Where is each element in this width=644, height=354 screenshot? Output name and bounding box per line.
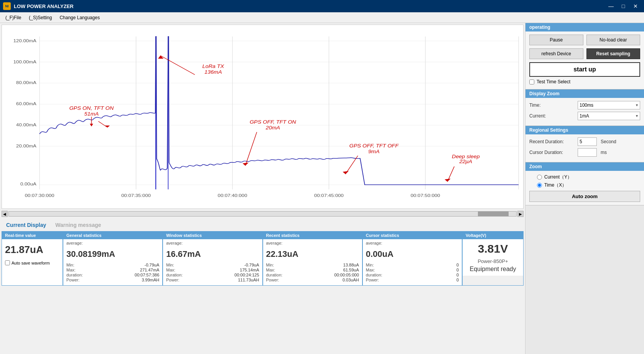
general-avg-value: 30.08199mA <box>66 246 159 262</box>
close-button[interactable]: ✕ <box>630 2 641 10</box>
stat-cursor: Cursor statistics average: 0.00uA Min: 0… <box>362 231 462 286</box>
no-load-clear-button[interactable]: No-load clear <box>586 35 641 45</box>
realtime-value: 21.87uA <box>5 241 59 259</box>
menu-language[interactable]: Change Languages <box>56 13 104 22</box>
svg-text:60.00mA: 60.00mA <box>16 101 37 106</box>
scroll-right-arrow[interactable]: ▶ <box>517 211 524 217</box>
cursor-min-value: 0 <box>456 263 459 267</box>
cursor-power-label: Power: <box>366 278 379 282</box>
tab-current-display[interactable]: Current Display <box>2 220 51 230</box>
window-power-value: 111.73uAH <box>238 278 259 282</box>
window-avg-value: 16.67mA <box>166 246 259 262</box>
chart-scrollbar: ◀ ▶ <box>0 209 525 219</box>
title-bar: NI LOW POWER ANALYZER — □ ✕ <box>0 0 644 12</box>
svg-text:80.00mA: 80.00mA <box>16 80 37 85</box>
refresh-device-button[interactable]: refresh Device <box>529 48 583 59</box>
auto-zoom-button[interactable]: Auto zoom <box>529 191 640 202</box>
regional-settings-header: Regional Settings <box>525 126 644 134</box>
chart-container: 120.00mA 100.00mA 80.00mA 60.00mA 40.00m… <box>2 25 524 209</box>
window-max-label: Max: <box>166 268 175 272</box>
cursor-duration-value: 0 <box>456 273 459 277</box>
operating-header: operating <box>525 23 644 31</box>
cursor-duration-input[interactable] <box>578 148 597 157</box>
svg-text:00:07:40:000: 00:07:40:000 <box>218 193 247 198</box>
recent-duration-input[interactable]: 5 <box>578 137 597 146</box>
stat-voltage-header: Voltage(V) <box>463 232 523 239</box>
svg-rect-0 <box>2 25 523 208</box>
stat-realtime: Real-time value 21.87uA Auto save wavefo… <box>2 231 63 286</box>
svg-text:00:07:45:000: 00:07:45:000 <box>314 193 344 198</box>
svg-text:22μA: 22μA <box>459 159 473 165</box>
recent-power-value: 0.03uAH <box>343 278 359 282</box>
svg-text:00:07:30:000: 00:07:30:000 <box>25 193 54 198</box>
tab-warning-message[interactable]: Warning message <box>51 220 105 230</box>
svg-text:100.00mA: 100.00mA <box>13 60 37 65</box>
svg-text:9mA: 9mA <box>368 149 380 154</box>
regional-settings-section: Regional Settings Recent Duration: 5 Sec… <box>525 126 644 162</box>
zoom-time-radio[interactable] <box>537 183 542 188</box>
test-time-select-label: Test Time Select <box>537 79 570 84</box>
svg-text:00:07:50:000: 00:07:50:000 <box>411 193 440 198</box>
current-select[interactable]: 100uA500uA1mA 5mA10mA50mA100mA500mA <box>578 112 640 120</box>
recent-avg-label: average: <box>266 241 359 245</box>
general-duration-label: duration: <box>66 273 83 277</box>
cursor-avg-value: 0.00uA <box>366 246 459 262</box>
scroll-track[interactable] <box>8 211 517 217</box>
general-power-value: 3.99mAH <box>142 278 159 282</box>
svg-text:Deep sleep: Deep sleep <box>452 154 480 159</box>
startup-button[interactable]: start up <box>529 62 640 77</box>
current-select-wrapper: 100uA500uA1mA 5mA10mA50mA100mA500mA <box>578 112 640 120</box>
zoom-current-label: Current（Y） <box>544 174 572 180</box>
time-select[interactable]: 1ms5ms10ms50ms 100ms500ms1s5s10s <box>578 101 640 109</box>
display-zoom-section: Display Zoom Time: 1ms5ms10ms50ms 100ms5… <box>525 89 644 126</box>
general-duration-value: 00:07:57:386 <box>135 273 159 277</box>
svg-text:LoRa TX: LoRa TX <box>202 64 224 69</box>
stat-recent: Recent statistics average: 22.13uA Min: … <box>263 231 362 286</box>
general-power-label: Power: <box>66 278 79 282</box>
zoom-section: Zoom Current（Y） Time（X） Auto zoom <box>525 162 644 205</box>
cursor-duration-label: duration: <box>366 273 382 277</box>
recent-min-label: Min: <box>266 263 274 267</box>
voltage-status: Equipment ready <box>470 266 516 273</box>
scroll-thumb[interactable] <box>478 212 509 216</box>
svg-text:20.00mA: 20.00mA <box>16 144 37 149</box>
voltage-value: 3.81V <box>478 242 508 255</box>
reset-sampling-button[interactable]: Reset sampling <box>586 48 641 59</box>
recent-duration-label: duration: <box>266 273 283 277</box>
tabs-area: Current Display Warning message <box>0 219 525 230</box>
stat-general: General statistics average: 30.08199mA M… <box>63 231 163 286</box>
window-min-label: Min: <box>166 263 174 267</box>
window-avg-label: average: <box>166 241 259 245</box>
recent-max-label: Max: <box>266 268 275 272</box>
recent-power-label: Power: <box>266 278 279 282</box>
minimize-button[interactable]: — <box>606 2 616 10</box>
window-min-value: -0.79uA <box>244 263 259 267</box>
svg-text:00:07:35:000: 00:07:35:000 <box>121 193 151 198</box>
svg-text:GPS OFF, TFT OFF: GPS OFF, TFT OFF <box>349 143 399 149</box>
svg-text:20mA: 20mA <box>265 125 280 131</box>
svg-text:0.00uA: 0.00uA <box>20 182 37 187</box>
recent-avg-value: 22.13uA <box>266 246 359 262</box>
general-max-label: Max: <box>66 268 76 272</box>
general-min-value: -0.79uA <box>145 263 160 267</box>
menu-bar: (_F)File (_S)Setting Change Languages <box>0 12 644 23</box>
app-logo: NI <box>3 2 11 10</box>
stat-window: Window statistics average: 16.67mA Min: … <box>163 231 262 286</box>
menu-file[interactable]: (_F)File <box>2 13 25 22</box>
maximize-button[interactable]: □ <box>618 2 629 10</box>
zoom-current-radio[interactable] <box>537 175 542 180</box>
cursor-max-value: 0 <box>456 268 459 272</box>
menu-setting[interactable]: (_S)Setting <box>25 13 56 22</box>
time-select-wrapper: 1ms5ms10ms50ms 100ms500ms1s5s10s <box>578 101 640 109</box>
test-time-select-checkbox[interactable] <box>529 79 534 84</box>
window-duration-label: duration: <box>166 273 183 277</box>
cursor-min-label: Min: <box>366 263 374 267</box>
pause-button[interactable]: Pause <box>529 35 583 45</box>
operating-section: operating Pause No-load clear refresh De… <box>525 23 644 89</box>
scroll-left-arrow[interactable]: ◀ <box>2 211 8 217</box>
svg-text:120.00mA: 120.00mA <box>13 38 37 43</box>
stat-realtime-header: Real-time value <box>2 232 63 239</box>
svg-text:GPS OFF, TFT ON: GPS OFF, TFT ON <box>250 119 296 125</box>
auto-save-checkbox[interactable] <box>5 260 10 265</box>
stat-voltage: Voltage(V) 3.81V Power-850P+ Equipment r… <box>462 231 524 286</box>
